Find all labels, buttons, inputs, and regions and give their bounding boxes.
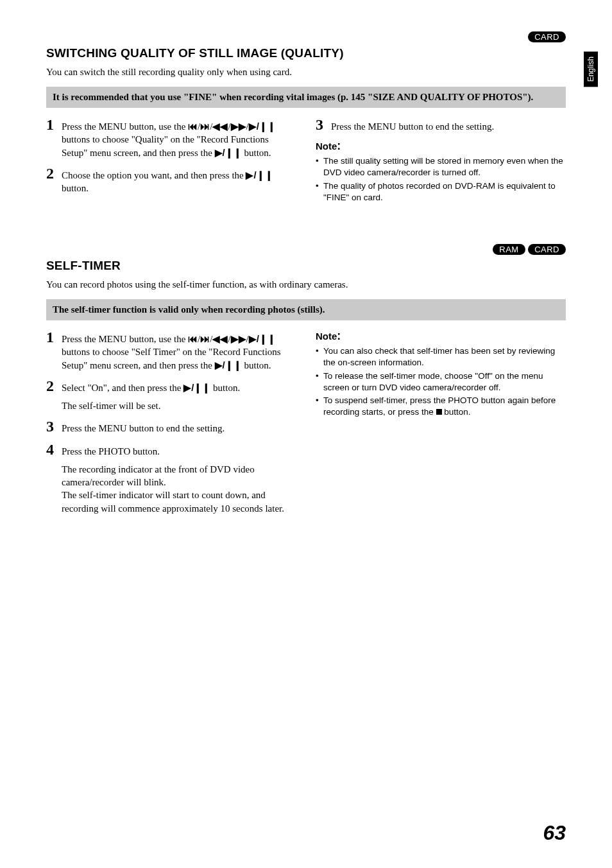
step-text: Select "On", and then press the (62, 383, 183, 393)
step-text: Choose the option you want, and then pre… (62, 170, 246, 180)
section2-title: SELF-TIMER (46, 259, 566, 273)
ff-icon: ▶▶ (231, 121, 246, 132)
section1-intro: You can switch the still recording quali… (46, 67, 566, 78)
prev-icon: ⏮ (188, 121, 198, 132)
badge-ram: RAM (493, 244, 525, 255)
stop-icon (436, 409, 442, 415)
note-item: The quality of photos recorded on DVD-RA… (316, 180, 566, 204)
step-text: button. (242, 360, 271, 370)
step-number: 3 (46, 419, 62, 435)
rew-icon: ◀◀ (212, 121, 228, 132)
step-number: 1 (46, 329, 62, 372)
section1-step3: 3 Press the MENU button to end the setti… (316, 117, 566, 133)
playpause-icon: ▶/❙❙ (249, 333, 276, 344)
note-item: The still quality setting will be stored… (316, 155, 566, 178)
section1-title: SWITCHING QUALITY OF STILL IMAGE (QUALIT… (46, 46, 566, 60)
rew-icon: ◀◀ (212, 333, 228, 344)
playpause-icon: ▶/❙❙ (249, 121, 276, 132)
note-list: The still quality setting will be stored… (316, 155, 566, 204)
step-number: 3 (316, 117, 331, 133)
step-text: button. (242, 148, 271, 158)
step-text: button. (210, 383, 240, 393)
section1-step1: 1 Press the MENU button, use the ⏮/⏭/◀◀/… (46, 117, 296, 159)
section2-step1: 1 Press the MENU button, use the ⏮/⏭/◀◀/… (46, 329, 296, 372)
step-number: 1 (46, 117, 62, 159)
page-number: 63 (543, 821, 566, 845)
section2-step3: 3 Press the MENU button to end the setti… (46, 419, 296, 435)
step-subtext: The self-timer will be set. (62, 399, 240, 412)
playpause-icon: ▶/❙❙ (215, 147, 242, 158)
section2-highlight: The self-timer function is valid only wh… (46, 299, 566, 320)
step-text: button. (62, 183, 89, 193)
step-text: Press the MENU button, use the (62, 121, 188, 132)
playpause-icon: ▶/❙❙ (246, 169, 273, 180)
playpause-icon: ▶/❙❙ (215, 360, 242, 370)
section1-highlight: It is recommended that you use "FINE" wh… (46, 87, 566, 108)
note-heading: Note: (316, 139, 566, 153)
step-text: Press the MENU button, use the (62, 334, 188, 344)
section1-step2: 2 Choose the option you want, and then p… (46, 166, 296, 195)
next-icon: ⏭ (200, 333, 210, 344)
step-subtext: The recording indicator at the front of … (62, 463, 296, 515)
language-tab: English (584, 51, 598, 87)
badge-card: CARD (528, 31, 566, 42)
badge-row-top: CARD (46, 31, 566, 42)
step-number: 2 (46, 378, 62, 413)
note-item: To suspend self-timer, press the PHOTO b… (316, 395, 566, 418)
step-text: Press the MENU button to end the setting… (331, 117, 494, 133)
section2-step4: 4 Press the PHOTO button. The recording … (46, 442, 296, 515)
section2-step2: 2 Select "On", and then press the ▶/❙❙ b… (46, 378, 296, 413)
step-text: Press the MENU button to end the setting… (62, 419, 225, 435)
step-number: 2 (46, 166, 62, 195)
prev-icon: ⏮ (188, 333, 198, 344)
step-number: 4 (46, 442, 62, 515)
note-list: You can also check that self-timer has b… (316, 345, 566, 418)
section2-intro: You can record photos using the self-tim… (46, 279, 566, 290)
next-icon: ⏭ (200, 121, 210, 132)
step-text: Press the PHOTO button. (62, 446, 160, 456)
ff-icon: ▶▶ (231, 333, 246, 344)
note-item: To release the self-timer mode, choose "… (316, 370, 566, 394)
playpause-icon: ▶/❙❙ (183, 382, 210, 393)
note-item: You can also check that self-timer has b… (316, 345, 566, 369)
badge-card: CARD (528, 244, 566, 255)
badge-row-mid: RAM CARD (46, 243, 566, 255)
note-heading: Note: (316, 329, 566, 343)
